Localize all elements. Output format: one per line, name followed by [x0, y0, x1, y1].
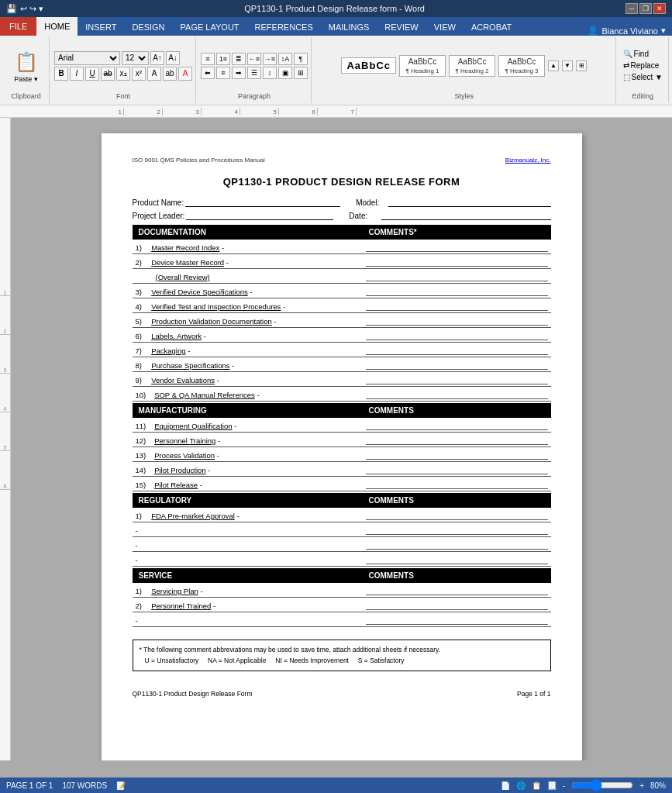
tab-acrobat[interactable]: ACROBAT: [464, 19, 519, 36]
style-heading3[interactable]: AaBbCc¶ Heading 3: [498, 55, 545, 77]
item-15: 15) Pilot Release -: [133, 477, 363, 491]
align-left-button[interactable]: ⬅: [201, 67, 215, 79]
underline-button[interactable]: U: [85, 67, 99, 81]
zoom-in-button[interactable]: +: [639, 781, 644, 790]
style-heading2[interactable]: AaBbCc¶ Heading 2: [449, 55, 495, 77]
item-12-comment: [363, 433, 551, 447]
model-field[interactable]: [388, 198, 550, 207]
view-print-icon[interactable]: 📄: [501, 781, 510, 790]
tab-home[interactable]: HOME: [36, 17, 78, 36]
paste-button[interactable]: 📋: [9, 49, 43, 75]
multilevel-button[interactable]: ≣: [232, 53, 246, 65]
strikethrough-button[interactable]: ab: [101, 67, 115, 81]
ruler-mark-5: 5: [240, 108, 279, 116]
word-count: 107 WORDS: [62, 781, 107, 790]
sort-button[interactable]: ↕A: [278, 53, 292, 65]
italic-button[interactable]: I: [70, 67, 84, 81]
project-leader-label: Project Leader:: [133, 212, 185, 220]
ruler-mark-6: 6: [279, 108, 318, 116]
ruler-mark-1: 1: [85, 108, 124, 116]
item-5: 5) Production Validation Documentation -: [133, 313, 363, 328]
shrink-font-button[interactable]: A↓: [166, 51, 180, 65]
borders-button[interactable]: ⊞: [294, 67, 308, 79]
v-ruler-6: 6: [0, 451, 10, 490]
page-info: PAGE 1 OF 1: [6, 781, 53, 790]
service-header: SERVICE: [133, 568, 363, 583]
product-name-field[interactable]: [185, 198, 340, 207]
select-button[interactable]: ⬚ Select ▼: [621, 72, 665, 82]
grow-font-button[interactable]: A↑: [150, 51, 164, 65]
bullets-button[interactable]: ≡: [201, 53, 215, 65]
line-spacing-button[interactable]: ↕: [263, 67, 277, 79]
item-2: 2) Device Master Record -: [133, 254, 363, 269]
item-13: 13) Process Validation -: [133, 447, 363, 462]
tab-page-layout[interactable]: PAGE LAYOUT: [173, 19, 247, 36]
subscript-button[interactable]: x₂: [116, 67, 130, 81]
project-leader-field[interactable]: [186, 212, 333, 220]
restore-button[interactable]: ❐: [639, 3, 652, 14]
item-10-comment: [363, 387, 551, 402]
bold-button[interactable]: B: [54, 67, 68, 81]
paragraph-section: ≡ 1≡ ≣ ←≡ →≡ ↕A ¶ ⬅ ≡ ➡ ☰ ↕ ▣ ⊞: [198, 37, 312, 103]
product-name-label: Product Name:: [133, 198, 184, 207]
item-8-comment: [363, 357, 551, 372]
tab-references[interactable]: REFERENCES: [247, 19, 321, 36]
superscript-button[interactable]: x²: [132, 67, 146, 81]
text-effects-button[interactable]: A: [147, 67, 161, 81]
v-ruler-1: 1: [0, 257, 10, 296]
tab-review[interactable]: REVIEW: [377, 19, 426, 36]
view-outline-icon[interactable]: 📋: [532, 781, 541, 790]
footer-note-text: * The following comment abbreviations ma…: [140, 645, 544, 656]
paste-arrow[interactable]: Paste ▾: [14, 75, 38, 83]
align-center-button[interactable]: ≡: [216, 67, 230, 79]
table-row: 15) Pilot Release -: [133, 477, 551, 491]
font-color-button[interactable]: A: [178, 67, 192, 81]
style-heading1[interactable]: AaBbCc¶ Heading 1: [399, 55, 446, 77]
zoom-slider[interactable]: [571, 782, 633, 788]
styles-box: AaBbCc AaBbCc¶ Heading 1 AaBbCc¶ Heading…: [341, 55, 587, 77]
item-15-comment: [363, 477, 551, 491]
find-button[interactable]: 🔍 Find: [621, 49, 665, 59]
replace-button[interactable]: ⇄ Replace: [621, 60, 665, 71]
view-draft-icon[interactable]: 📃: [547, 781, 557, 790]
tab-file[interactable]: FILE: [0, 17, 36, 36]
font-size-select[interactable]: 12: [122, 51, 149, 65]
shading-button[interactable]: ▣: [278, 67, 292, 79]
close-button[interactable]: ✕: [653, 3, 666, 14]
show-formatting-button[interactable]: ¶: [294, 53, 308, 65]
find-icon: 🔍: [623, 50, 632, 58]
styles-scroll-up[interactable]: ▲: [548, 60, 559, 71]
align-right-button[interactable]: ➡: [232, 67, 246, 79]
style-normal[interactable]: AaBbCc: [341, 57, 396, 74]
tab-mailings[interactable]: MAILINGS: [321, 19, 377, 36]
tab-insert[interactable]: INSERT: [78, 19, 124, 36]
font-controls: Arial 12 A↑ A↓ B I U ab x₂ x² A ab: [54, 51, 192, 81]
styles-expand[interactable]: ⊞: [576, 60, 587, 71]
svc-item-3: -: [133, 612, 363, 627]
zoom-out-button[interactable]: -: [563, 781, 565, 790]
editing-section: 🔍 Find ⇄ Replace ⬚ Select ▼ Editing: [618, 37, 669, 103]
styles-scroll-down[interactable]: ▼: [562, 60, 573, 71]
item-6: 6) Labels, Artwork -: [133, 328, 363, 343]
model-label: Model:: [356, 198, 387, 207]
ribbon-toolbar: 📋 Paste ▾ Clipboard Arial 12 A↑ A↓: [0, 36, 672, 105]
increase-indent-button[interactable]: →≡: [263, 53, 277, 65]
decrease-indent-button[interactable]: ←≡: [247, 53, 261, 65]
ruler-marks: 1 2 3 4 5 6 7: [85, 108, 357, 116]
tab-design[interactable]: DESIGN: [124, 19, 172, 36]
styles-section: AaBbCc AaBbCc¶ Heading 1 AaBbCc¶ Heading…: [313, 37, 616, 103]
numbering-button[interactable]: 1≡: [216, 53, 230, 65]
item-3-comment: [363, 284, 551, 298]
table-row: 13) Process Validation -: [133, 447, 551, 462]
tab-view[interactable]: VIEW: [426, 19, 464, 36]
reg-item-4: -: [133, 552, 363, 567]
item-6-comment: [363, 328, 551, 343]
date-field[interactable]: [381, 212, 550, 220]
minimize-button[interactable]: ─: [625, 3, 638, 14]
editing-content: 🔍 Find ⇄ Replace ⬚ Select ▼: [621, 39, 665, 92]
table-row: 4) Verified Test and Inspection Procedur…: [133, 298, 551, 313]
highlight-button[interactable]: ab: [163, 67, 177, 81]
justify-button[interactable]: ☰: [247, 67, 261, 79]
font-family-select[interactable]: Arial: [54, 51, 120, 65]
view-web-icon[interactable]: 🌐: [516, 781, 526, 790]
